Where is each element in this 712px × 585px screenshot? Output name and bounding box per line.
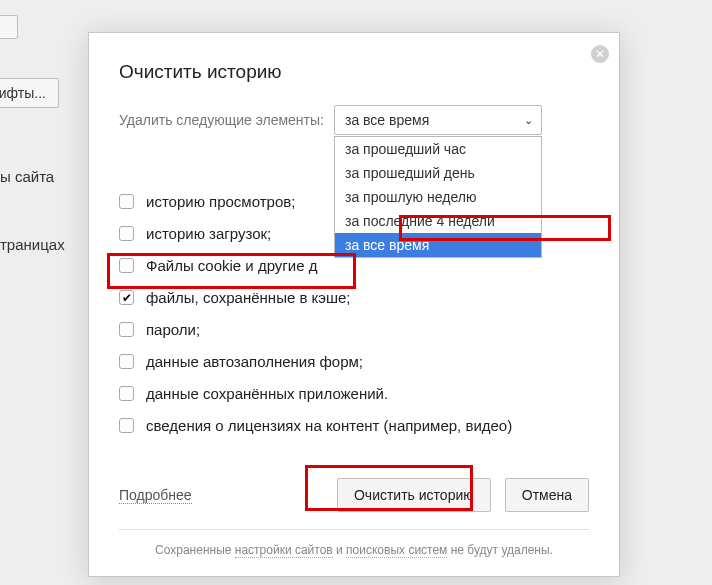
chevron-down-icon: ⌄ [524, 114, 533, 127]
divider [119, 529, 589, 530]
checkbox-label: сведения о лицензиях на контент (наприме… [146, 417, 512, 434]
checkbox-passwords[interactable] [119, 322, 134, 337]
footnote: Сохраненные настройки сайтов и поисковых… [119, 543, 589, 557]
period-option-selected[interactable]: за все время [335, 233, 541, 257]
dialog-title: Очистить историю [119, 61, 589, 83]
checkbox-downloads[interactable] [119, 226, 134, 241]
clear-history-dialog: ✕ Очистить историю Удалить следующие эле… [88, 32, 620, 577]
checkbox-label: историю просмотров; [146, 193, 295, 210]
checkbox-licenses[interactable] [119, 418, 134, 433]
period-option[interactable]: за прошедший день [335, 161, 541, 185]
checkbox-label: Файлы cookie и другие д [146, 257, 317, 274]
period-label: Удалить следующие элементы: [119, 112, 324, 128]
bg-label-site: ы сайта [0, 168, 54, 185]
clear-history-button[interactable]: Очистить историю [337, 478, 491, 512]
period-dropdown: за прошедший час за прошедший день за пр… [334, 136, 542, 258]
checkbox-history[interactable] [119, 194, 134, 209]
bg-fonts-label: рифты... [0, 85, 46, 101]
more-link[interactable]: Подробнее [119, 487, 192, 504]
checkbox-appdata[interactable] [119, 386, 134, 401]
period-option[interactable]: за последние 4 недели [335, 209, 541, 233]
period-select[interactable]: за все время ⌄ [334, 105, 542, 135]
bg-label-pages: траницах [0, 236, 65, 253]
checkbox-label: файлы, сохранённые в кэше; [146, 289, 351, 306]
cancel-button[interactable]: Отмена [505, 478, 589, 512]
period-select-value: за все время [345, 112, 429, 128]
period-option[interactable]: за прошедший час [335, 137, 541, 161]
checkbox-autofill[interactable] [119, 354, 134, 369]
bg-truncated-button-1[interactable] [0, 15, 18, 39]
search-engines-link[interactable]: поисковых систем [346, 543, 447, 558]
checkbox-cache[interactable] [119, 290, 134, 305]
close-icon[interactable]: ✕ [591, 45, 609, 63]
site-settings-link[interactable]: настройки сайтов [235, 543, 333, 558]
checkbox-cookies[interactable] [119, 258, 134, 273]
bg-fonts-button[interactable]: рифты... [0, 78, 59, 108]
period-option[interactable]: за прошлую неделю [335, 185, 541, 209]
checkbox-label: пароли; [146, 321, 200, 338]
checkbox-label: данные сохранённых приложений. [146, 385, 388, 402]
checkbox-label: данные автозаполнения форм; [146, 353, 363, 370]
checkbox-label: историю загрузок; [146, 225, 271, 242]
